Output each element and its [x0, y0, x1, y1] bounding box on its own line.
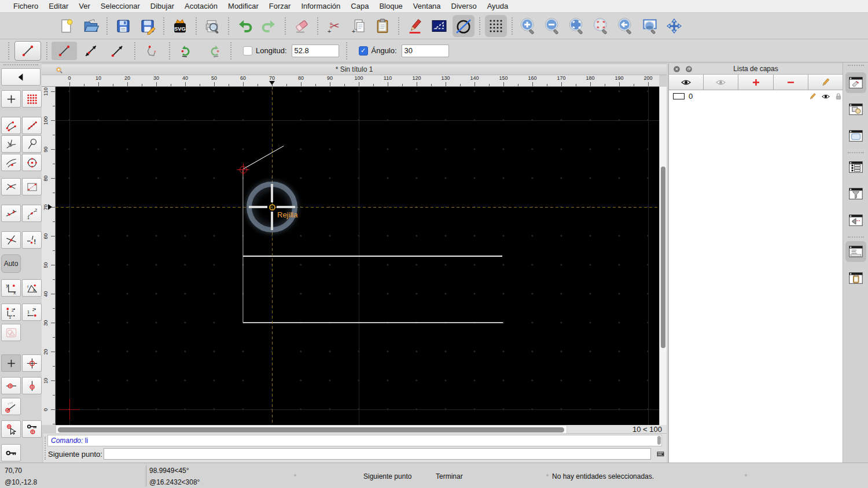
angle-gauge-button[interactable]: [1, 398, 21, 415]
horizontal-scrollbar-thumb[interactable]: [58, 427, 564, 432]
dock-block-list-button[interactable]: [845, 99, 866, 120]
layer-lock-icon[interactable]: [834, 92, 843, 101]
svg-export-button[interactable]: SVG: [169, 15, 191, 37]
menu-diverso[interactable]: Diverso: [446, 0, 482, 13]
drawn-line[interactable]: [243, 256, 502, 257]
layer-visibility-icon[interactable]: [821, 92, 830, 101]
remove-layer-button[interactable]: [774, 75, 808, 90]
menu-dibujar[interactable]: Dibujar: [145, 0, 179, 13]
zoom-selected-button[interactable]: [590, 15, 612, 37]
print-preview-button[interactable]: [201, 15, 223, 37]
menu-editar[interactable]: Editar: [43, 0, 73, 13]
save-file-as-button[interactable]: [137, 15, 159, 37]
move-relative-zero-button[interactable]: [1, 420, 21, 438]
snap-middle-button[interactable]: [1, 154, 21, 171]
menu-ayuda[interactable]: Ayuda: [482, 0, 514, 13]
snap-restrict-box-button[interactable]: [22, 178, 42, 195]
length-checkbox[interactable]: [243, 46, 252, 56]
menu-ver[interactable]: Ver: [73, 0, 95, 13]
menu-seleccionar[interactable]: Seleccionar: [95, 0, 145, 13]
snap-on-entity-button[interactable]: [22, 117, 42, 134]
new-file-button[interactable]: [56, 15, 78, 37]
corner-sequence-b-button[interactable]: 12: [22, 304, 42, 321]
set-relative-zero-button[interactable]: [22, 354, 42, 372]
snap-free-button[interactable]: [1, 90, 21, 108]
save-file-button[interactable]: [112, 15, 134, 37]
lock-relative-zero-button[interactable]: [22, 420, 42, 438]
draw-order-button[interactable]: [453, 15, 475, 37]
dock-layer-list-button[interactable]: [845, 72, 866, 93]
snap-auto-button[interactable]: Auto: [1, 254, 21, 273]
toolbar-drag-handle[interactable]: [3, 64, 38, 65]
drawing-canvas[interactable]: Rejilla: [56, 87, 659, 425]
menu-fichero[interactable]: Fichero: [8, 0, 43, 13]
snap-intersection-manual-button[interactable]: !: [22, 231, 42, 249]
polyline-redo-button[interactable]: [201, 42, 226, 60]
drawn-line[interactable]: [242, 169, 243, 323]
grid-toggle-button[interactable]: [485, 15, 507, 37]
snap-grid-button[interactable]: [22, 90, 42, 108]
dock-command-line-button[interactable]: [845, 241, 866, 262]
snap-exclusive-button[interactable]: [1, 324, 21, 341]
layer-row[interactable]: 0: [669, 90, 843, 103]
open-file-button[interactable]: [80, 15, 102, 37]
horizontal-scrollbar[interactable]: [56, 425, 567, 434]
attributes-pen-button[interactable]: [404, 15, 426, 37]
undo-button[interactable]: [234, 15, 256, 37]
edit-layer-button[interactable]: [808, 75, 843, 90]
polyline-undo-button[interactable]: [174, 42, 200, 60]
snap-intersection-button[interactable]: [1, 231, 21, 249]
vertical-scrollbar-thumb[interactable]: [661, 167, 665, 348]
angle-input[interactable]: [402, 45, 449, 57]
snap-back-button[interactable]: [1, 68, 41, 86]
zoom-pan-button[interactable]: [663, 15, 685, 37]
layer-edit-icon[interactable]: [808, 92, 817, 101]
dock-drag-handle[interactable]: [45, 437, 46, 460]
line-arrow-button[interactable]: [105, 42, 130, 60]
cut-button[interactable]: ✂+: [323, 15, 345, 37]
restrict-nothing-button[interactable]: [1, 354, 21, 372]
zoom-window-button[interactable]: [639, 15, 661, 37]
draft-mode-button[interactable]: [428, 15, 450, 37]
copy-button[interactable]: +: [347, 15, 369, 37]
menu-bloque[interactable]: Bloque: [374, 0, 407, 13]
menu-ventana[interactable]: Ventana: [408, 0, 446, 13]
menu-modificar[interactable]: Modificar: [223, 0, 264, 13]
polyline-button[interactable]: [139, 42, 165, 60]
snap-distance-manual-button[interactable]: 12: [22, 205, 42, 222]
strip-drag-handle[interactable]: [848, 65, 864, 66]
dock-clipboard-button[interactable]: [845, 268, 866, 289]
corner-sequence-a-button[interactable]: 12: [1, 304, 21, 321]
snap-perpendicular-button[interactable]: [1, 135, 21, 153]
coordinate-cartesian-button[interactable]: yx: [1, 279, 21, 297]
redo-button[interactable]: [258, 15, 280, 37]
menu-forzar[interactable]: Forzar: [264, 0, 296, 13]
menu-información[interactable]: Información: [296, 0, 345, 13]
vertical-scrollbar[interactable]: [659, 87, 667, 425]
hide-all-layers-button[interactable]: [704, 75, 738, 90]
command-input[interactable]: [104, 448, 651, 460]
document-titlebar[interactable]: * Sin título 1: [42, 64, 667, 75]
drawn-line[interactable]: [243, 146, 284, 169]
history-scrollbar[interactable]: [657, 436, 661, 445]
dock-library-browser-button[interactable]: [845, 125, 866, 146]
delete-entities-button[interactable]: [290, 15, 312, 37]
restrict-horizontal-button[interactable]: [1, 377, 21, 394]
zo om-out-button[interactable]: [542, 15, 564, 37]
lock-relative-origin-button[interactable]: [1, 444, 21, 461]
coordinate-polar-button[interactable]: ra: [22, 279, 42, 297]
line-segment-button[interactable]: [52, 42, 77, 60]
snap-tangent-button[interactable]: [1, 178, 21, 195]
drawn-line[interactable]: [243, 322, 503, 323]
keyboard-focus-button[interactable]: [654, 449, 666, 459]
show-all-layers-button[interactable]: [669, 75, 704, 90]
zoom-auto-button[interactable]: [566, 15, 588, 37]
snap-center-button[interactable]: [22, 154, 42, 171]
dock-filter-button[interactable]: [845, 183, 866, 204]
zoom-previous-button[interactable]: [615, 15, 637, 37]
dock-events-button[interactable]: [845, 210, 866, 231]
restrict-vertical-button[interactable]: [22, 377, 42, 394]
snap-on-circle-button[interactable]: [22, 135, 42, 153]
angle-checkbox[interactable]: ✓: [359, 46, 368, 56]
length-input[interactable]: [292, 45, 339, 57]
